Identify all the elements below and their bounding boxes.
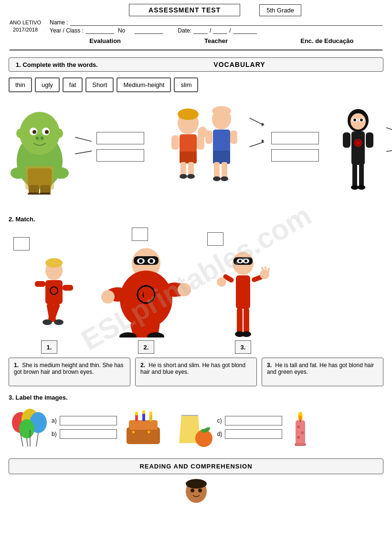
sigs-line: Evaluation Teacher Enc. de Educação [50, 35, 382, 46]
desc-1: 1. She is medium height and thin. She ha… [9, 358, 130, 386]
svg-point-136 [297, 436, 300, 439]
candle-image [287, 406, 311, 449]
svg-rect-72 [63, 285, 73, 291]
ano-letivo-year: 2017/2018 [10, 26, 41, 33]
svg-text:i: i [142, 291, 144, 299]
cake-image: ★ ★ [122, 406, 165, 449]
svg-point-52 [353, 119, 356, 121]
title-box: ASSESSMENT TEST [129, 4, 240, 16]
reading-bar: READING AND COMPREHENSION [9, 458, 383, 474]
date-seg3 [233, 27, 257, 34]
svg-point-81 [139, 259, 143, 263]
boys-ans2[interactable] [271, 149, 319, 162]
enc-label: Enc. de Educação [272, 37, 382, 44]
ano-letivo-label: ANO LETIVO [10, 19, 41, 26]
match-item-2: i 2. [94, 228, 199, 354]
svg-line-63 [386, 128, 392, 132]
match-letter-2[interactable] [132, 228, 148, 241]
svg-point-24 [178, 109, 199, 120]
date-slash2: / [229, 27, 231, 34]
svg-rect-124 [149, 414, 152, 421]
svg-point-89 [178, 283, 191, 296]
svg-point-84 [138, 286, 155, 303]
section3-title: 3. Label the images. [9, 394, 383, 401]
svg-point-144 [198, 489, 202, 492]
label-images-row: a) b) [9, 406, 383, 449]
mr-incredible-character: i [94, 242, 199, 337]
svg-point-76 [54, 319, 64, 325]
label-d-input[interactable] [225, 429, 282, 439]
match-letter-1[interactable] [13, 237, 30, 250]
desc-text-1: She is medium height and thin. She has g… [14, 362, 124, 375]
boys-character [159, 99, 245, 195]
svg-point-75 [42, 319, 52, 325]
svg-point-49 [350, 113, 366, 130]
match-num-3: 3. [235, 340, 251, 354]
reading-title: READING AND COMPREHENSION [139, 463, 252, 470]
boys-block [159, 99, 319, 195]
date-seg1 [193, 27, 208, 34]
elastigirl-character [205, 247, 281, 337]
svg-point-62 [356, 141, 360, 145]
svg-rect-60 [366, 132, 373, 148]
juice-image [170, 406, 212, 449]
match-letter-3[interactable] [207, 232, 223, 246]
svg-rect-16 [39, 193, 51, 195]
svg-line-111 [268, 269, 269, 272]
svg-point-30 [187, 174, 195, 179]
svg-point-135 [301, 431, 304, 434]
boys-ans1[interactable] [271, 132, 319, 144]
section2-title: 2. Match. [9, 216, 383, 223]
svg-point-58 [358, 185, 365, 190]
shrek-arrows [73, 128, 92, 166]
label-c-letter: c) [217, 417, 222, 424]
svg-rect-55 [352, 163, 357, 187]
svg-rect-100 [236, 275, 250, 309]
grade-box: 5th Grade [259, 4, 301, 16]
page: ESLprintables.com ASSESSMENT TEST 5th Gr… [0, 0, 392, 555]
svg-point-17 [11, 167, 26, 179]
assessment-title: ASSESSMENT TEST [148, 6, 221, 14]
shrek-answer-boxes [96, 132, 144, 162]
shrek-ans1[interactable] [96, 132, 144, 144]
boys-arrows [247, 99, 266, 195]
svg-rect-54 [351, 131, 365, 165]
section1-number: 1. Complete with the words. [16, 61, 98, 68]
word-short: Short [85, 77, 114, 92]
svg-rect-39 [222, 162, 227, 179]
svg-point-99 [244, 260, 247, 262]
balloons-image [9, 406, 47, 449]
header: ASSESSMENT TEST 5th Grade ANO LETIVO 201… [0, 0, 392, 53]
svg-line-110 [265, 267, 266, 270]
name-line: Name : [50, 19, 382, 26]
shrek-ans2[interactable] [96, 149, 144, 162]
svg-point-134 [297, 425, 300, 428]
section1-title-bar: 1. Complete with the words. VOCABULARY [9, 57, 383, 72]
no-label: No [118, 27, 125, 34]
svg-text:★: ★ [147, 429, 151, 435]
girl-block [334, 99, 392, 204]
match-item-1: 1. [9, 237, 90, 354]
yearclass-underline [85, 27, 114, 34]
label-b-input[interactable] [60, 429, 117, 439]
word-slim: slim [174, 77, 198, 92]
match-images-row: 1. [9, 228, 383, 354]
label-c-input[interactable] [225, 416, 282, 425]
svg-point-57 [351, 185, 359, 190]
svg-rect-102 [244, 308, 249, 334]
desc-num-1: 1. [14, 362, 19, 369]
svg-rect-42 [205, 131, 212, 144]
eval-label: Evaluation [50, 37, 160, 44]
svg-point-142 [186, 479, 207, 489]
svg-rect-101 [237, 308, 243, 334]
desc-3: 3. He is tall and fat. He has got blond … [262, 358, 383, 386]
vocab-title: VOCABULARY [103, 61, 376, 68]
girl-character [334, 99, 382, 204]
svg-point-6 [32, 130, 36, 134]
desc-text-2: He is short and slim. He has got blond h… [140, 362, 245, 375]
desc-2: 2. He is short and slim. He has got blon… [135, 358, 257, 386]
label-a-input[interactable] [60, 416, 117, 425]
no-underline [135, 27, 163, 34]
yearclass-line: Year / Class : No Date: / / [50, 27, 382, 34]
match-num-2: 2. [138, 340, 154, 354]
